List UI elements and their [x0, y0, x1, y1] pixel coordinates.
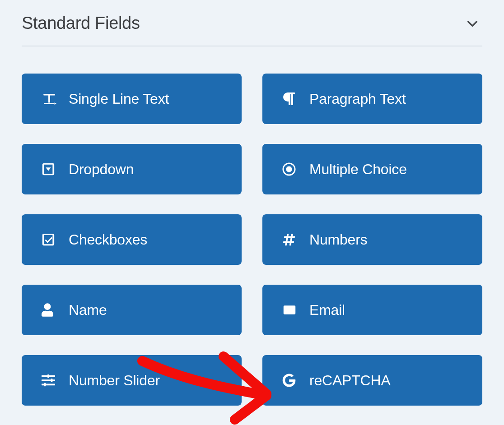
envelope-icon — [282, 304, 303, 316]
field-label: Single Line Text — [69, 91, 169, 107]
divider — [22, 46, 482, 46]
sliders-icon — [42, 374, 62, 387]
text-cursor-icon — [42, 91, 62, 106]
field-label: Multiple Choice — [309, 161, 407, 178]
hash-icon — [282, 233, 303, 246]
field-button-single-line-text[interactable]: Single Line Text — [22, 74, 242, 124]
field-button-numbers[interactable]: Numbers — [262, 214, 482, 265]
svg-marker-3 — [55, 102, 56, 105]
field-button-number-slider[interactable]: Number Slider — [22, 355, 242, 406]
section-title: Standard Fields — [22, 14, 140, 33]
field-button-recaptcha[interactable]: reCAPTCHA — [262, 355, 482, 406]
field-label: Paragraph Text — [309, 91, 406, 107]
google-g-icon — [282, 374, 303, 387]
field-button-multiple-choice[interactable]: Multiple Choice — [262, 144, 482, 194]
field-button-email[interactable]: Email — [262, 285, 482, 335]
user-icon — [42, 303, 62, 317]
field-button-dropdown[interactable]: Dropdown — [22, 144, 242, 194]
field-label: Email — [309, 302, 345, 319]
field-label: Checkboxes — [69, 231, 147, 248]
paragraph-icon — [282, 92, 303, 106]
checkbox-check-icon — [42, 233, 62, 246]
field-button-name[interactable]: Name — [22, 285, 242, 335]
field-label: Name — [69, 302, 107, 319]
chevron-down-icon — [465, 16, 480, 31]
field-label: Dropdown — [69, 161, 134, 178]
svg-rect-1 — [48, 94, 50, 102]
fields-grid: Single Line Text Paragraph Text Dropdown… — [22, 74, 482, 406]
svg-rect-2 — [44, 103, 54, 105]
field-button-paragraph-text[interactable]: Paragraph Text — [262, 74, 482, 124]
field-label: Number Slider — [69, 372, 160, 389]
field-button-checkboxes[interactable]: Checkboxes — [22, 214, 242, 265]
section-header[interactable]: Standard Fields — [22, 5, 482, 46]
field-label: Numbers — [309, 231, 367, 248]
field-label: reCAPTCHA — [309, 372, 391, 389]
dropdown-icon — [42, 162, 62, 176]
radio-dot-icon — [282, 162, 303, 176]
